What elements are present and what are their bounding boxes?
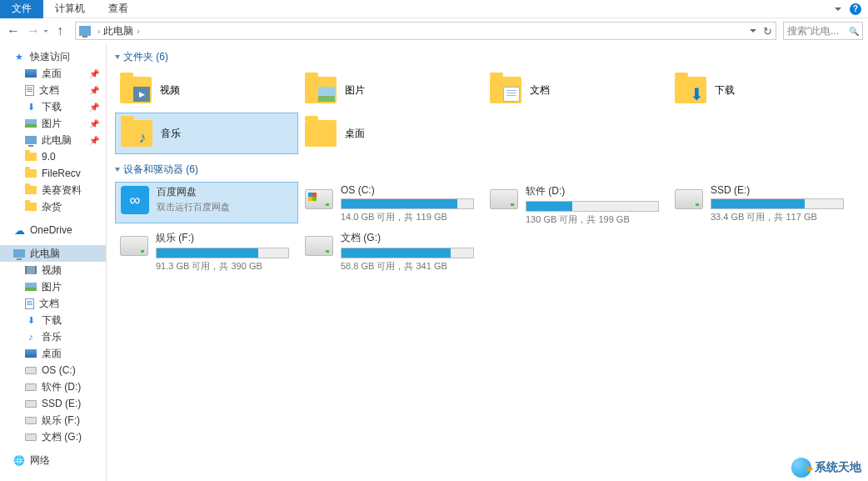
drive-item[interactable]: 文档 (G:)58.8 GB 可用，共 341 GB xyxy=(300,228,483,270)
capacity-bar xyxy=(526,201,659,212)
sidebar-pinned-item[interactable]: 图片📌 xyxy=(0,115,106,132)
sidebar-recent-item[interactable]: FileRecv xyxy=(0,165,106,182)
sidebar-pc-item[interactable]: SSD (E:) xyxy=(0,395,106,412)
drive-name: 百度网盘 xyxy=(157,185,293,199)
drive-icon xyxy=(25,417,37,424)
capacity-bar xyxy=(341,198,474,209)
sidebar: 快速访问 桌面📌文档📌下载📌图片📌此电脑📌 9.0FileRecv美赛资料杂货 … xyxy=(0,43,107,481)
nav-back-icon[interactable] xyxy=(5,23,22,39)
desktop-icon xyxy=(25,69,37,78)
sidebar-label: 软件 (D:) xyxy=(42,380,81,394)
capacity-bar xyxy=(156,248,289,258)
sidebar-network[interactable]: 网络 xyxy=(0,452,106,468)
breadcrumb-sep-icon[interactable]: › xyxy=(97,27,100,36)
drive-item[interactable]: OS (C:)14.0 GB 可用，共 119 GB xyxy=(300,182,483,223)
sidebar-pc-item[interactable]: 桌面 xyxy=(0,345,106,362)
sidebar-label: 桌面 xyxy=(42,347,62,361)
sidebar-pinned-item[interactable]: 文档📌 xyxy=(0,82,106,98)
drive-icon xyxy=(25,400,37,408)
sidebar-pc-item[interactable]: 娱乐 (F:) xyxy=(0,412,106,428)
folder-item[interactable]: 下载 xyxy=(670,69,853,111)
folder-item[interactable]: 视频 xyxy=(115,69,298,111)
nav-up-icon[interactable] xyxy=(52,23,68,39)
sidebar-pc-item[interactable]: 音乐 xyxy=(0,328,106,345)
download-overlay-icon xyxy=(688,87,705,102)
sidebar-label: 娱乐 (F:) xyxy=(42,413,80,428)
collapse-icon xyxy=(115,55,120,59)
folder-item[interactable]: 图片 xyxy=(300,69,483,111)
ribbon-expand-icon[interactable] xyxy=(835,8,841,11)
breadcrumb-root[interactable]: 此电脑 xyxy=(103,24,133,38)
sidebar-pc-item[interactable]: 文档 (G:) xyxy=(0,428,106,445)
folder-icon xyxy=(25,169,37,178)
sidebar-label: 桌面 xyxy=(42,67,62,81)
folder-icon xyxy=(121,120,152,147)
pc-icon xyxy=(79,26,91,36)
watermark-text: 系统天地 xyxy=(815,460,861,475)
menu-view[interactable]: 查看 xyxy=(97,0,140,18)
pic-icon xyxy=(25,119,37,128)
network-icon xyxy=(13,454,25,466)
menu-computer[interactable]: 计算机 xyxy=(43,0,97,18)
sidebar-label: 美赛资料 xyxy=(42,183,82,198)
drive-name: 文档 (G:) xyxy=(341,231,479,245)
sidebar-pinned-item[interactable]: 此电脑📌 xyxy=(0,132,106,148)
drive-item[interactable]: SSD (E:)33.4 GB 可用，共 117 GB xyxy=(670,182,853,223)
folder-label: 图片 xyxy=(345,83,365,98)
sidebar-pc-item[interactable]: OS (C:) xyxy=(0,362,106,378)
search-input[interactable]: 搜索"此电... xyxy=(783,22,863,40)
folder-icon xyxy=(305,120,337,147)
sidebar-label: SSD (E:) xyxy=(42,398,81,409)
sidebar-pinned-item[interactable]: 桌面📌 xyxy=(0,65,106,82)
folder-item[interactable]: 桌面 xyxy=(300,113,483,154)
breadcrumb-sep-icon[interactable]: › xyxy=(137,27,139,36)
menubar: 文件 计算机 查看 ? xyxy=(0,0,868,18)
video-overlay-icon xyxy=(133,87,150,102)
doc-icon xyxy=(25,298,34,309)
star-icon xyxy=(13,51,25,63)
watermark-logo: 系统天地 xyxy=(791,458,861,478)
sidebar-pc-item[interactable]: 视频 xyxy=(0,262,106,278)
menu-file[interactable]: 文件 xyxy=(0,0,43,18)
sidebar-pc-item[interactable]: 下载 xyxy=(0,312,106,328)
pic-overlay-icon xyxy=(318,87,335,102)
search-icon[interactable] xyxy=(849,25,859,37)
address-dropdown-icon[interactable] xyxy=(750,29,756,33)
help-icon[interactable]: ? xyxy=(850,3,861,15)
sidebar-onedrive[interactable]: OneDrive xyxy=(0,222,106,238)
drive-item[interactable]: 娱乐 (F:)91.3 GB 可用，共 390 GB xyxy=(115,228,298,270)
sidebar-recent-item[interactable]: 美赛资料 xyxy=(0,182,106,198)
refresh-icon[interactable] xyxy=(763,25,772,38)
download-icon xyxy=(25,101,37,113)
nav-history-dropdown-icon[interactable] xyxy=(43,30,48,33)
sidebar-label: 图片 xyxy=(42,280,62,294)
sidebar-quick-access[interactable]: 快速访问 xyxy=(0,48,106,65)
sidebar-pc-item[interactable]: 图片 xyxy=(0,278,106,295)
sidebar-pinned-item[interactable]: 下载📌 xyxy=(0,98,106,115)
drive-icon xyxy=(25,367,37,374)
folder-item[interactable]: 音乐 xyxy=(115,113,298,154)
drive-item[interactable]: 百度网盘双击运行百度网盘 xyxy=(115,182,298,223)
sidebar-recent-item[interactable]: 9.0 xyxy=(0,148,106,165)
folder-item[interactable]: 文档 xyxy=(485,69,668,111)
sidebar-recent-item[interactable]: 杂货 xyxy=(0,198,106,215)
sidebar-pc-item[interactable]: 软件 (D:) xyxy=(0,378,106,395)
sidebar-pc-item[interactable]: 文档 xyxy=(0,295,106,312)
baidu-netdisk-icon xyxy=(121,186,149,214)
folder-icon xyxy=(490,77,521,103)
nav-forward-icon xyxy=(25,23,42,39)
group-title: 设备和驱动器 (6) xyxy=(123,163,198,177)
collapse-icon xyxy=(115,168,120,172)
sidebar-this-pc[interactable]: 此电脑 xyxy=(0,245,106,262)
group-header-devices[interactable]: 设备和驱动器 (6) xyxy=(115,163,860,177)
pin-icon: 📌 xyxy=(89,119,99,128)
drive-subtitle: 58.8 GB 可用，共 341 GB xyxy=(341,260,479,273)
sidebar-label: OneDrive xyxy=(30,224,72,236)
folder-icon xyxy=(675,77,706,103)
pin-icon: 📌 xyxy=(89,86,99,95)
address-bar[interactable]: › 此电脑 › xyxy=(75,22,776,40)
group-header-folders[interactable]: 文件夹 (6) xyxy=(115,50,860,64)
folder-icon xyxy=(25,203,37,211)
drive-name: 娱乐 (F:) xyxy=(156,231,294,245)
drive-item[interactable]: 软件 (D:)130 GB 可用，共 199 GB xyxy=(485,182,668,223)
